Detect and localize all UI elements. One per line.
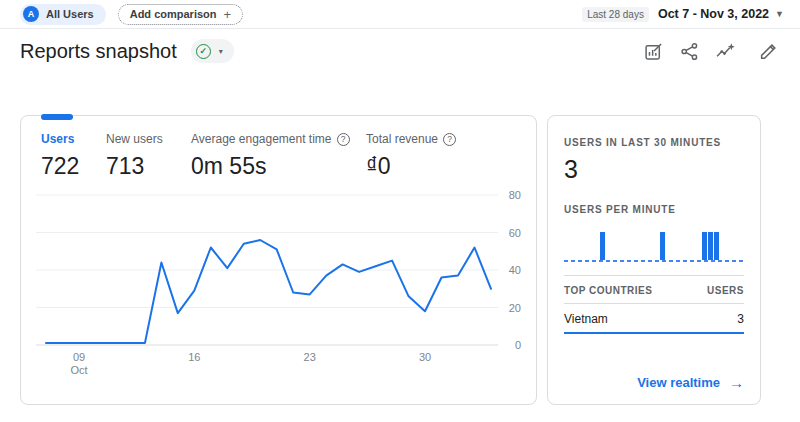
report-header: Reports snapshot ✓ ▾: [0, 29, 800, 73]
plus-icon: +: [224, 7, 232, 22]
users-per-minute-bar: [660, 232, 665, 260]
date-range-label: Oct 7 - Nov 3, 2022: [658, 7, 769, 21]
realtime-card: USERS IN LAST 30 MINUTES 3 USERS PER MIN…: [547, 115, 761, 405]
audience-avatar: A: [23, 6, 39, 22]
x-tick-label: 09: [73, 351, 85, 363]
report-status-dropdown[interactable]: ✓ ▾: [191, 39, 234, 63]
y-tick-label: 80: [509, 189, 521, 201]
x-tick-label: 16: [188, 351, 200, 363]
users-per-minute-label: USERS PER MINUTE: [564, 204, 744, 215]
users-per-minute-bar: [714, 232, 719, 260]
date-range-badge: Last 28 days: [582, 7, 649, 22]
date-range-selector[interactable]: Last 28 days Oct 7 - Nov 3, 2022 ▼: [582, 7, 784, 22]
country-name: Vietnam: [564, 312, 608, 326]
caret-down-icon: ▼: [775, 9, 784, 19]
users-last-30min-label: USERS IN LAST 30 MINUTES: [564, 137, 744, 148]
minute-chart-baseline: [564, 260, 744, 262]
caret-down-icon: ▾: [219, 47, 223, 56]
y-tick-label: 20: [509, 302, 521, 314]
users-per-minute-bar: [708, 232, 713, 260]
users-per-minute-bar: [600, 232, 605, 260]
y-tick-label: 60: [509, 227, 521, 239]
verified-check-icon: ✓: [196, 44, 211, 59]
x-tick-label: 30: [419, 351, 431, 363]
arrow-right-icon: →: [729, 374, 744, 391]
users-header: USERS: [707, 285, 744, 296]
y-tick-label: 40: [509, 264, 521, 276]
insights-icon[interactable]: [716, 42, 735, 61]
view-realtime-label: View realtime: [637, 375, 720, 390]
users-trend-line: [46, 240, 491, 343]
users-trend-chart: 02040608009Oct162330: [21, 116, 536, 404]
y-tick-label: 0: [515, 339, 521, 351]
top-countries-header: TOP COUNTRIES: [564, 285, 652, 296]
users-per-minute-bar: [702, 232, 707, 260]
share-icon[interactable]: [680, 42, 699, 61]
users-per-minute-chart: [564, 226, 744, 262]
top-countries-table: TOP COUNTRIES USERS Vietnam3: [564, 275, 744, 334]
all-users-label: All Users: [46, 8, 94, 20]
customize-report-icon[interactable]: [644, 42, 663, 61]
x-tick-sublabel: Oct: [70, 364, 87, 376]
users-overview-card: Users 722 New users 713 Average engageme…: [20, 115, 537, 405]
edit-icon[interactable]: [759, 42, 778, 61]
header-actions: [644, 42, 778, 61]
users-last-30min-value: 3: [564, 155, 744, 184]
all-users-chip[interactable]: A All Users: [20, 4, 106, 25]
view-realtime-link[interactable]: View realtime →: [637, 374, 744, 391]
add-comparison-label: Add comparison: [130, 8, 217, 20]
country-row: Vietnam3: [564, 304, 744, 334]
country-users: 3: [737, 312, 744, 326]
add-comparison-button[interactable]: Add comparison +: [118, 4, 243, 25]
x-tick-label: 23: [304, 351, 316, 363]
comparison-bar: A All Users Add comparison + Last 28 day…: [0, 0, 800, 29]
page-title: Reports snapshot: [20, 40, 177, 63]
